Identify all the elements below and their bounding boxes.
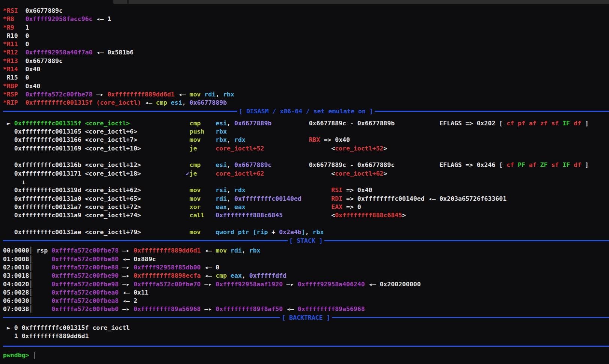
text-segment-red: *RIP xyxy=(3,99,18,106)
active-tab[interactable] xyxy=(0,0,113,4)
text-segment-w: 02:0010│ xyxy=(3,264,51,271)
text-segment-yel: mov xyxy=(190,136,201,143)
text-segment-w: ◂— 0 xyxy=(201,264,220,271)
stack-row-0: 00:0000│ rsp 0xffffa572c00fbe78 —▸ 0xfff… xyxy=(3,247,609,255)
text-segment-cyn: esi xyxy=(171,99,182,106)
register-line-rsi: *RSI 0x6677889c xyxy=(3,7,609,15)
text-segment-w: 0xffffffffc00131a9 <core_ioctl+74> xyxy=(3,212,190,219)
text-segment-w: > xyxy=(383,145,387,152)
stack-row-2: 02:0010│ 0xffffa572c00fbe88 —▸ 0xffff929… xyxy=(3,263,609,272)
disasm-line-current: ► 0xffffffffc001315f <core_ioctl> cmp es… xyxy=(3,119,609,128)
text-segment-w: => 0x40 xyxy=(342,187,372,194)
text-segment-red: RBX xyxy=(309,136,320,143)
text-segment-grn: ZF xyxy=(540,161,548,168)
command-prompt[interactable]: pwndbg> xyxy=(3,351,609,359)
text-segment-w: < xyxy=(264,145,335,152)
text-segment-w: ► xyxy=(3,120,14,127)
stack-row-3: 03:0018│ 0xffffa572c00fbe90 —▸ 0xfffffff… xyxy=(3,272,609,280)
text-segment-w: > xyxy=(383,170,387,177)
separator-line xyxy=(3,111,237,112)
register-line-r14: *R14 0x40 xyxy=(3,65,609,74)
separator-line xyxy=(3,317,280,318)
text-segment-w xyxy=(301,195,331,202)
text-segment-w xyxy=(246,136,309,143)
text-segment-vio: ✔ xyxy=(186,170,190,177)
text-segment-w: ] xyxy=(581,120,589,127)
separator-line xyxy=(3,240,288,241)
text-segment-w xyxy=(18,91,26,98)
text-segment-w: , xyxy=(182,99,190,106)
text-segment-cyn: rbx xyxy=(223,91,234,98)
text-segment-red: *R13 xyxy=(3,57,18,65)
text-segment-w: 0x6677889c - 0x6677889b EFLAGS => 0x202 … xyxy=(271,120,506,127)
text-segment-w: => 0x40 xyxy=(320,136,350,143)
text-segment-w xyxy=(201,187,216,194)
text-segment-w: , xyxy=(216,91,223,98)
text-segment-cyn: esi xyxy=(216,161,227,168)
text-segment-red: 0xffffffff889dd6d1 xyxy=(107,91,175,98)
text-segment-w xyxy=(201,229,216,236)
text-segment-pur: 0xffffa572c00fbea8 xyxy=(51,297,119,304)
stack-header-title: [ STACK ] xyxy=(288,237,324,244)
text-segment-red: *R8 xyxy=(3,15,14,23)
text-segment-w: < xyxy=(264,170,335,177)
disasm-line: 0xffffffffc001316b <core_ioctl+12> cmp e… xyxy=(3,161,609,169)
text-segment-yel: mov xyxy=(190,229,201,236)
text-segment-pur: 0xffff92958f85db00 xyxy=(134,264,201,271)
text-segment-pur: 0xffffa572c00fbe80 xyxy=(51,256,119,263)
text-segment-pur: 0xffffa572c00fbe70 xyxy=(134,281,201,288)
separator-line xyxy=(332,317,609,318)
text-segment-yel: cmp xyxy=(216,272,227,279)
register-line-r8: *R8 0xffff92958facc96c ◂— 1 xyxy=(3,15,609,23)
text-segment-red: df xyxy=(570,161,581,168)
text-segment-red: 0xffffffff888c6845 xyxy=(335,212,402,219)
text-segment-red: *RSP xyxy=(3,91,18,98)
separator-line xyxy=(375,111,609,112)
bottom-separator xyxy=(3,342,609,350)
text-segment-w: ◂— 0x889c xyxy=(119,256,156,263)
text-segment-vio: 0x2a4b xyxy=(279,229,301,236)
text-segment-pur: 0xffff92958facc96c xyxy=(26,15,93,23)
text-segment-cyn: rdi xyxy=(231,247,242,254)
text-segment-red: RDI xyxy=(331,195,342,202)
text-segment-w: —▸ xyxy=(119,281,134,288)
text-segment-w: ◂— xyxy=(283,305,298,313)
text-segment-w xyxy=(201,161,216,168)
text-segment-w: 0xffffffffc00131ae <core_ioctl+79> xyxy=(3,229,190,236)
text-segment-w: 0xffffffffc001319d <core_ioctl+62> xyxy=(3,187,190,194)
text-segment-cyn: qword ptr [rip xyxy=(216,229,268,236)
stack-row-7: 07:0038│ 0xffffa572c00fbeb0 —▸ 0xfffffff… xyxy=(3,305,609,313)
text-segment-red: *R9 xyxy=(3,24,14,31)
text-segment-red: af xyxy=(525,161,540,168)
text-segment-w: , xyxy=(305,229,313,236)
text-segment-w: 0x6677889c - 0x6677889c EFLAGS => 0x246 … xyxy=(271,161,506,168)
stack-row-5: 05:0028│ 0xffffa572c00fbea0 ◂— 0x11 xyxy=(3,289,609,297)
text-segment-grn: IF xyxy=(562,120,570,127)
branch-down-arrow: ↓ xyxy=(3,178,609,186)
text-segment-w: ◂— 0x581b6 xyxy=(92,49,133,56)
blank-line xyxy=(3,220,609,228)
text-segment-w: ↓ xyxy=(3,178,26,185)
text-segment-cyn: eax xyxy=(234,203,246,211)
text-segment-red: cf pf af zf sf xyxy=(506,120,562,127)
text-segment-yel: cmp xyxy=(156,99,167,106)
text-segment-w: —▸ xyxy=(201,281,216,288)
disasm-line: 0xffffffffc00131ae <core_ioctl+79> mov q… xyxy=(3,228,609,236)
text-segment-w xyxy=(18,49,26,56)
tab-bar xyxy=(0,0,609,4)
text-segment-w: R10 0 xyxy=(3,32,29,39)
text-segment-w: ► 0 0xffffffffc001315f core_ioctl xyxy=(3,324,130,331)
register-line-r13: *R13 0x6677889c xyxy=(3,57,609,65)
text-segment-cyn: ] xyxy=(301,229,305,236)
text-segment-yel: mov xyxy=(216,247,227,254)
text-segment-cyn: eax xyxy=(231,272,242,279)
text-segment-w: , xyxy=(227,203,234,211)
text-segment-vio: 0xffffffff888c6845 xyxy=(216,212,283,219)
text-segment-w: 0x40 xyxy=(18,83,41,90)
text-segment-cyn: rbx xyxy=(249,247,261,254)
text-segment-vio: 0x6677889b xyxy=(234,120,271,127)
text-segment-cyn: rbx xyxy=(216,128,227,135)
text-segment-grn: IF xyxy=(562,161,570,168)
text-segment-red: *R12 xyxy=(3,49,18,56)
text-segment-yel: mov xyxy=(190,91,201,98)
